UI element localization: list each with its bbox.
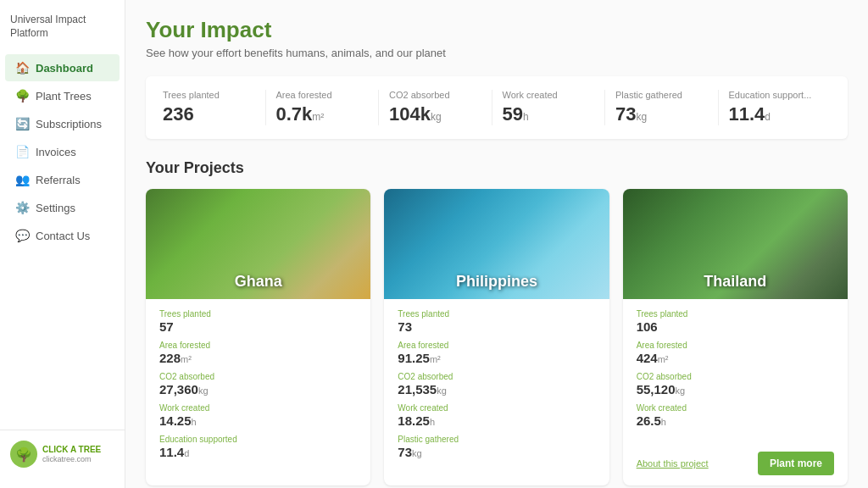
project-name-philippines: Philippines <box>384 273 609 291</box>
project-card-thailand: Thailand Trees planted 106 Area forested… <box>623 189 848 485</box>
project-card-philippines: Philippines Trees planted 73 Area forest… <box>384 189 609 485</box>
app-name-line2: Platform <box>10 27 114 41</box>
project-stats-philippines: Trees planted 73 Area forested 91.25m² C… <box>384 299 609 476</box>
stats-bar: Trees planted 236 Area forested 0.7km² C… <box>146 76 848 139</box>
sidebar-item-settings[interactable]: ⚙️ Settings <box>5 194 120 221</box>
sidebar-label-referrals: Referrals <box>36 174 81 186</box>
thailand-project-actions: About this project Plant more <box>623 445 848 485</box>
sidebar-label-dashboard: Dashboard <box>36 62 93 75</box>
stat-value-co2: 104kkg <box>389 103 481 125</box>
project-card-ghana: Ghana Trees planted 57 Area forested 228… <box>146 189 370 485</box>
stat-work-created: Work created 59h <box>492 90 606 125</box>
thai-stat-trees: Trees planted 106 <box>637 309 834 334</box>
page-subtitle: See how your effort benefits humans, ani… <box>146 47 848 59</box>
ghana-stat-area: Area forested 228m² <box>159 341 357 365</box>
invoices-icon: 📄 <box>15 145 29 158</box>
project-name-ghana: Ghana <box>146 273 370 291</box>
stat-trees-planted: Trees planted 236 <box>163 90 266 125</box>
stat-label-work: Work created <box>503 90 595 100</box>
dashboard-icon: 🏠 <box>15 61 29 75</box>
referrals-icon: 👥 <box>15 173 29 186</box>
stat-plastic-gathered: Plastic gathered 73kg <box>605 90 719 125</box>
stat-value-work: 59h <box>503 103 595 125</box>
tree-logo-icon: 🌳 <box>10 441 37 468</box>
sidebar-label-subscriptions: Subscriptions <box>36 118 102 130</box>
project-image-ghana: Ghana <box>146 189 370 299</box>
ghana-stat-work: Work created 14.25h <box>159 403 357 428</box>
brand-name: CLICK A TREE <box>42 445 101 455</box>
phil-stat-area: Area forested 91.25m² <box>398 341 595 365</box>
footer-logo: 🌳 CLICK A TREE clickatree.com <box>10 441 114 468</box>
stat-label-plastic: Plastic gathered <box>615 90 708 100</box>
stat-value-plastic: 73kg <box>615 103 708 125</box>
stat-co2-absorbed: CO2 absorbed 104kkg <box>379 90 492 125</box>
app-name-line1: Universal Impact <box>10 14 114 27</box>
stat-value-education: 11.4d <box>729 103 821 125</box>
thai-stat-co2: CO2 absorbed 55,120kg <box>637 372 834 396</box>
project-image-thailand: Thailand <box>623 189 848 299</box>
sidebar-item-subscriptions[interactable]: 🔄 Subscriptions <box>5 110 120 137</box>
app-logo: Universal Impact Platform <box>0 10 125 53</box>
sidebar-item-plant-trees[interactable]: 🌳 Plant Trees <box>5 82 120 109</box>
page-title: Your Impact <box>146 17 848 43</box>
phil-stat-co2: CO2 absorbed 21,535kg <box>398 372 595 396</box>
phil-stat-work: Work created 18.25h <box>398 403 595 428</box>
ghana-stat-trees: Trees planted 57 <box>159 309 357 334</box>
projects-grid: Ghana Trees planted 57 Area forested 228… <box>146 189 848 485</box>
sidebar-item-invoices[interactable]: 📄 Invoices <box>5 138 120 165</box>
ghana-stat-co2: CO2 absorbed 27,360kg <box>159 372 357 396</box>
stat-label-co2: CO2 absorbed <box>389 90 481 100</box>
subscriptions-icon: 🔄 <box>15 117 29 130</box>
stat-value-area: 0.7km² <box>276 103 369 125</box>
stat-label-area: Area forested <box>276 90 369 100</box>
plant-trees-icon: 🌳 <box>15 89 29 103</box>
sidebar-label-plant-trees: Plant Trees <box>36 90 92 103</box>
stat-label-education: Education support... <box>729 90 821 100</box>
projects-section-title: Your Projects <box>146 159 848 177</box>
sidebar-label-contact-us: Contact Us <box>36 230 90 242</box>
about-this-project-link[interactable]: About this project <box>637 458 709 469</box>
thai-stat-work: Work created 26.5h <box>637 403 834 428</box>
stat-area-forested: Area forested 0.7km² <box>266 90 380 125</box>
contact-icon: 💬 <box>15 229 29 242</box>
phil-stat-trees: Trees planted 73 <box>398 309 595 334</box>
sidebar-item-referrals[interactable]: 👥 Referrals <box>5 166 120 193</box>
ghana-stat-education: Education supported 11.4d <box>159 435 357 459</box>
stat-education-support: Education support... 11.4d <box>719 90 832 125</box>
sidebar-item-dashboard[interactable]: 🏠 Dashboard <box>5 54 120 81</box>
project-stats-ghana: Trees planted 57 Area forested 228m² CO2… <box>146 299 370 476</box>
project-image-philippines: Philippines <box>384 189 609 299</box>
settings-icon: ⚙️ <box>15 201 29 214</box>
sidebar-nav: 🏠 Dashboard 🌳 Plant Trees 🔄 Subscription… <box>0 53 125 430</box>
sidebar-label-settings: Settings <box>36 202 75 214</box>
stat-label-trees: Trees planted <box>163 90 255 100</box>
thai-stat-area: Area forested 424m² <box>637 341 834 365</box>
sidebar-label-invoices: Invoices <box>36 146 76 158</box>
phil-stat-plastic: Plastic gathered 73kg <box>398 435 595 459</box>
main-content: Your Impact See how your effort benefits… <box>125 0 868 488</box>
sidebar-footer: 🌳 CLICK A TREE clickatree.com <box>0 430 125 478</box>
footer-brand-text: CLICK A TREE clickatree.com <box>42 445 101 463</box>
stat-value-trees: 236 <box>163 103 255 125</box>
plant-more-button[interactable]: Plant more <box>758 452 834 475</box>
project-name-thailand: Thailand <box>623 273 848 291</box>
sidebar: Universal Impact Platform 🏠 Dashboard 🌳 … <box>0 0 125 488</box>
brand-url: clickatree.com <box>42 455 101 463</box>
sidebar-item-contact-us[interactable]: 💬 Contact Us <box>5 222 120 249</box>
project-stats-thailand: Trees planted 106 Area forested 424m² CO… <box>623 299 848 445</box>
